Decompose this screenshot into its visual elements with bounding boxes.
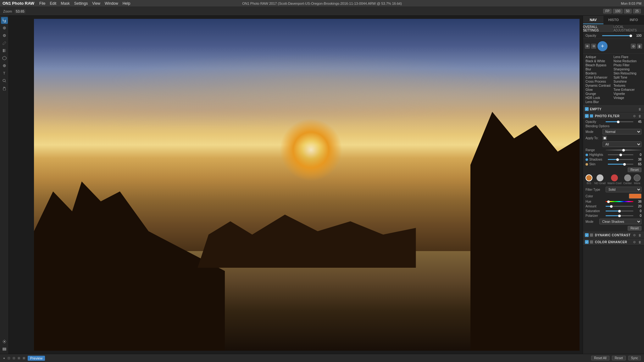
polarizer-thumb[interactable]	[618, 215, 621, 217]
reset-btn[interactable]: Reset	[612, 356, 626, 360]
layer-visibility-btn[interactable]: 👁	[585, 44, 590, 49]
filter-sunshine[interactable]: Sunshine	[613, 80, 641, 83]
empty-check[interactable]: ✓	[585, 107, 589, 111]
swatch-warmcool[interactable]	[611, 174, 618, 181]
hue-track[interactable]	[606, 201, 633, 202]
menu-settings[interactable]: Settings	[74, 1, 88, 6]
100-btn[interactable]: 100	[613, 9, 623, 14]
tool-layers[interactable]	[1, 346, 8, 353]
filter-cross-process[interactable]: Cross Process	[586, 80, 613, 83]
hue-thumb[interactable]	[607, 200, 610, 203]
filter-lens-flare[interactable]: Lens Flare	[613, 55, 641, 59]
tool-brush[interactable]	[1, 40, 8, 47]
layer-copy-btn[interactable]: ⧉	[591, 44, 596, 49]
range-thumb[interactable]	[622, 149, 625, 151]
blending-label[interactable]: Blending Options	[586, 124, 609, 128]
swatch-more[interactable]	[634, 174, 641, 181]
amount-thumb[interactable]	[610, 205, 613, 208]
pf-opacity-thumb[interactable]	[617, 121, 619, 123]
layer-trash-btn[interactable]: 🗑	[637, 44, 642, 49]
highlights-thumb[interactable]	[619, 154, 622, 156]
mode-select[interactable]: Normal	[602, 129, 641, 134]
tool-gradient[interactable]	[1, 47, 8, 54]
menu-help[interactable]: Help	[123, 1, 130, 6]
skin-track[interactable]	[608, 164, 633, 165]
add-filter-btn[interactable]: +	[597, 41, 608, 51]
pf-opacity-track[interactable]	[606, 121, 633, 122]
tool-heal[interactable]	[1, 25, 8, 31]
ce-trash-btn[interactable]: 🗑	[638, 240, 642, 244]
tab-nav[interactable]: NAV	[583, 16, 603, 24]
tab-histo[interactable]: HISTO	[603, 16, 624, 24]
photo-filter-gear-btn[interactable]: ⚙	[632, 114, 636, 118]
filter-antique[interactable]: Antique	[586, 55, 613, 59]
tool-crop[interactable]	[1, 17, 8, 24]
preview-btn[interactable]: Preview	[28, 356, 45, 361]
tool-clone[interactable]	[1, 62, 8, 69]
empty-trash-btn[interactable]: 🗑	[638, 107, 642, 111]
filter-borders[interactable]: Borders	[586, 72, 613, 75]
photo-filter-trash-btn[interactable]: 🗑	[638, 114, 642, 118]
photo-filter-check[interactable]: ✓	[585, 114, 589, 118]
filter-photo-filter[interactable]: Photo Filter	[613, 63, 641, 67]
menu-view[interactable]: View	[92, 1, 100, 6]
tool-text[interactable]: T	[1, 70, 8, 77]
filter-vintage[interactable]: Vintage	[613, 96, 641, 100]
amount-track[interactable]	[606, 206, 633, 207]
filter-bw[interactable]: Black & White	[586, 59, 613, 63]
tool-hand[interactable]	[1, 85, 8, 92]
filter-noise-reduction[interactable]: Noise Reduction	[613, 59, 641, 63]
filter-color-enhancer[interactable]: Color Enhancer	[586, 76, 613, 79]
filter-hdr-look[interactable]: HDR Look	[586, 96, 613, 100]
tool-settings-bottom[interactable]	[1, 338, 8, 345]
highlights-track[interactable]	[608, 154, 633, 155]
tab-info[interactable]: INFO	[624, 16, 644, 24]
filter-vignette[interactable]: Vignette	[613, 92, 641, 96]
skin-thumb[interactable]	[623, 163, 626, 166]
25-btn[interactable]: 25	[633, 9, 641, 14]
eyedropper-btn[interactable]: 🔲	[602, 136, 607, 140]
mode2-select[interactable]: Clean Shadows	[599, 219, 641, 224]
reset-all-btn[interactable]: Reset All	[591, 356, 609, 360]
sync-btn[interactable]: Sync	[628, 356, 641, 360]
ce-check[interactable]: ✓	[585, 240, 589, 244]
shadows-thumb[interactable]	[616, 158, 619, 161]
menu-mask[interactable]: Mask	[61, 1, 70, 6]
apply-to-select[interactable]: All	[602, 141, 641, 147]
filter-dynamic-contrast[interactable]: Dynamic Contrast	[586, 84, 613, 87]
dc-check[interactable]: ✓	[585, 233, 589, 237]
menu-window[interactable]: Window	[105, 1, 118, 6]
filter-lens-blur[interactable]: Lens Blur	[586, 100, 613, 104]
subtab-local[interactable]: LOCAL ADJUSTMENTS	[613, 25, 644, 32]
tool-mask[interactable]	[1, 55, 8, 62]
saturation-track[interactable]	[606, 211, 633, 211]
filter-split-tone[interactable]: Split Tone	[613, 76, 641, 79]
dc-trash-btn[interactable]: 🗑	[638, 233, 642, 237]
filter-bleach[interactable]: Bleach Bypass	[586, 63, 613, 67]
filter-grunge[interactable]: Grunge	[586, 92, 613, 96]
opacity-slider[interactable]	[602, 35, 632, 36]
filter-glow[interactable]: Glow	[586, 88, 613, 91]
swatch-center[interactable]	[624, 174, 631, 181]
tool-zoom[interactable]	[1, 77, 8, 84]
dc-gear-btn[interactable]: ⚙	[632, 233, 636, 237]
filter-type-select[interactable]: Solid	[606, 187, 641, 192]
filter-blur[interactable]: Blur	[586, 68, 613, 71]
filter-skin-retouching[interactable]: Skin Retouching	[613, 72, 641, 75]
range-track[interactable]	[606, 150, 641, 151]
canvas-area[interactable]	[9, 16, 583, 354]
zoom-value[interactable]: 53.65	[14, 9, 26, 14]
subtab-overall[interactable]: OVERALL SETTINGS	[583, 25, 613, 32]
tool-retouch[interactable]	[1, 32, 8, 39]
color-swatch-rect[interactable]	[629, 194, 641, 199]
menu-edit[interactable]: Edit	[50, 1, 56, 6]
filter-sharpening[interactable]: Sharpening	[613, 68, 641, 71]
filter-textures[interactable]: Textures	[613, 84, 641, 87]
50-btn[interactable]: 50	[624, 9, 632, 14]
menu-file[interactable]: File	[39, 1, 45, 6]
swatch-bis[interactable]	[586, 174, 592, 181]
fp-btn[interactable]: FP	[603, 9, 612, 14]
filter-tone-enhancer[interactable]: Tone Enhancer	[613, 88, 641, 91]
shadows-track[interactable]	[608, 159, 633, 160]
swatch-ndgrad[interactable]	[597, 174, 603, 181]
